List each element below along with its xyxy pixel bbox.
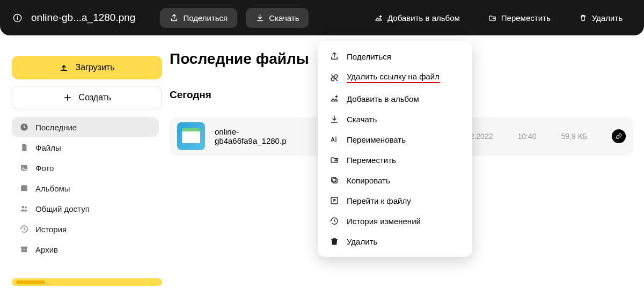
info-icon[interactable]: [12, 12, 23, 23]
svg-rect-7: [22, 185, 27, 186]
sidebar-item-label: Файлы: [35, 143, 61, 152]
upload-icon: [59, 63, 69, 72]
add-to-album-label: Добавить в альбом: [387, 13, 460, 23]
file-title: online-gb...a_1280.png: [31, 12, 135, 24]
ctx-goto[interactable]: Перейти к файлу: [318, 190, 472, 211]
shared-icon: [19, 204, 29, 213]
copy-icon: [330, 175, 339, 185]
sidebar-item-label: Фото: [35, 164, 54, 173]
sidebar-item-photos[interactable]: Фото: [12, 158, 159, 178]
move-button[interactable]: Переместить: [478, 8, 560, 28]
svg-rect-12: [24, 249, 25, 250]
download-icon: [330, 114, 339, 124]
svg-rect-11: [21, 248, 27, 253]
delete-label: Удалить: [592, 13, 623, 23]
svg-point-5: [23, 166, 24, 167]
svg-rect-6: [21, 186, 27, 191]
goto-icon: [330, 196, 339, 205]
sidebar-item-files[interactable]: Файлы: [12, 137, 159, 158]
unlink-icon: [330, 73, 339, 83]
trash-icon: [330, 237, 339, 246]
create-label: Создать: [79, 93, 112, 102]
ctx-label: Поделиться: [347, 52, 391, 61]
ctx-label: Переместить: [347, 156, 396, 165]
sidebar: Загрузить Создать Последние Файлы Фото А…: [0, 46, 166, 288]
file-name: online-gb4a66fa9a_1280.p: [215, 127, 303, 145]
trash-icon: [579, 13, 588, 23]
move-icon: [330, 155, 339, 165]
ctx-delete[interactable]: Удалить: [318, 231, 472, 252]
sidebar-item-label: Последние: [35, 123, 77, 132]
sidebar-item-archive[interactable]: Архив: [12, 239, 159, 260]
delete-button[interactable]: Удалить: [569, 8, 632, 28]
sidebar-item-label: Архив: [35, 245, 58, 254]
ctx-label: Добавить в альбом: [347, 94, 419, 104]
image-icon: [19, 163, 29, 173]
ctx-label: Удалить: [347, 237, 377, 246]
share-button[interactable]: Поделиться: [160, 8, 237, 28]
sidebar-item-label: Общий доступ: [35, 204, 90, 213]
sidebar-item-history[interactable]: История: [12, 219, 159, 239]
svg-point-8: [22, 206, 25, 209]
plus-icon: [63, 93, 72, 102]
sidebar-item-recent[interactable]: Последние: [12, 117, 159, 137]
ctx-label: Копировать: [347, 176, 390, 185]
svg-rect-10: [21, 247, 27, 248]
clock-icon: [19, 122, 29, 132]
ctx-label: Перейти к файлу: [347, 196, 411, 205]
svg-text:A: A: [331, 136, 335, 143]
ctx-label: Удалить ссылку на файл: [347, 72, 440, 83]
upload-button[interactable]: Загрузить: [12, 56, 162, 79]
svg-rect-14: [333, 179, 337, 183]
file-size: 59,9 КБ: [561, 132, 587, 141]
file-time: 10:40: [517, 132, 536, 141]
sidebar-item-label: История: [35, 225, 67, 234]
top-toolbar: online-gb...a_1280.png Поделиться Скачат…: [0, 0, 644, 35]
ctx-label: История изменений: [347, 217, 421, 226]
ctx-label: Переименовать: [347, 135, 406, 144]
file-icon: [19, 143, 29, 152]
share-icon: [330, 51, 339, 61]
upload-label: Загрузить: [75, 63, 114, 72]
album-add-icon: [374, 13, 383, 23]
download-label: Скачать: [269, 13, 299, 23]
move-icon: [488, 13, 497, 23]
sidebar-nav: Последние Файлы Фото Альбомы Общий досту…: [12, 117, 159, 260]
storage-usage-bar[interactable]: [12, 278, 162, 286]
history-icon: [330, 216, 339, 226]
shared-link-badge[interactable]: [612, 129, 626, 143]
archive-icon: [19, 245, 29, 254]
file-thumbnail: [177, 122, 205, 150]
ctx-copy[interactable]: Копировать: [318, 170, 472, 190]
svg-rect-1: [17, 17, 17, 20]
ctx-share[interactable]: Поделиться: [318, 46, 472, 67]
ctx-add-album[interactable]: Добавить в альбом: [318, 88, 472, 109]
add-to-album-button[interactable]: Добавить в альбом: [364, 8, 470, 28]
download-button[interactable]: Скачать: [246, 8, 309, 28]
svg-point-2: [17, 16, 18, 17]
share-label: Поделиться: [183, 13, 228, 23]
svg-rect-15: [332, 178, 336, 182]
ctx-rename[interactable]: A Переименовать: [318, 129, 472, 150]
download-icon: [255, 13, 265, 23]
album-add-icon: [330, 94, 339, 104]
sidebar-item-label: Альбомы: [35, 184, 70, 193]
ctx-download[interactable]: Скачать: [318, 109, 472, 129]
move-label: Переместить: [501, 13, 551, 23]
share-icon: [170, 13, 179, 23]
ctx-remove-link[interactable]: Удалить ссылку на файл: [318, 67, 472, 88]
ctx-history[interactable]: История изменений: [318, 211, 472, 231]
sidebar-item-shared[interactable]: Общий доступ: [12, 198, 159, 219]
rename-icon: A: [330, 135, 339, 144]
history-icon: [19, 224, 29, 234]
sidebar-item-albums[interactable]: Альбомы: [12, 178, 159, 198]
svg-point-9: [25, 206, 27, 209]
ctx-move[interactable]: Переместить: [318, 150, 472, 170]
album-icon: [19, 183, 29, 193]
ctx-label: Скачать: [347, 115, 377, 124]
link-icon: [615, 132, 623, 140]
create-button[interactable]: Создать: [12, 86, 162, 109]
context-menu: Поделиться Удалить ссылку на файл Добави…: [318, 41, 472, 257]
